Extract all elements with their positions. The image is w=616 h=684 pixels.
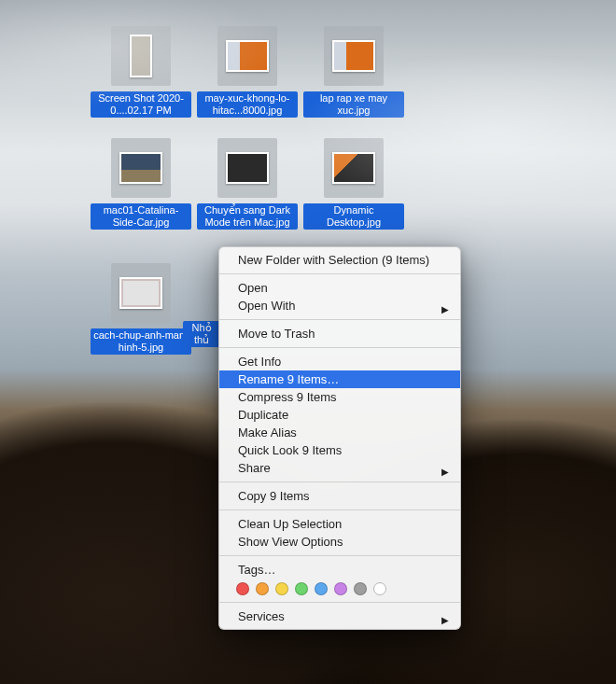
- menu-item-label: Compress 9 Items: [238, 390, 336, 404]
- file-label: may-xuc-khong-lo-hitac...8000.jpg: [197, 91, 298, 118]
- menu-item[interactable]: Show View Options: [219, 533, 460, 551]
- menu-separator: [219, 482, 460, 482]
- file-label: mac01-Catalina-Side-Car.jpg: [91, 203, 191, 230]
- file-thumbnail: [324, 26, 384, 86]
- chevron-right-icon: ▶: [441, 300, 449, 318]
- tag-color-dot[interactable]: [236, 582, 249, 595]
- menu-item-label: Clean Up Selection: [238, 517, 342, 531]
- desktop-file-icon[interactable]: Chuyển sang Dark Mode trên Mac.jpg: [196, 138, 299, 230]
- tag-color-dot[interactable]: [275, 582, 288, 595]
- file-thumbnail: [217, 138, 277, 198]
- menu-item-label: Open With: [238, 299, 295, 313]
- tag-color-dot[interactable]: [334, 582, 347, 595]
- file-label: cach-chup-anh-man-hinh-5.jpg: [91, 328, 191, 355]
- menu-item-label: Quick Look 9 Items: [238, 443, 342, 457]
- menu-separator: [219, 319, 460, 320]
- menu-item[interactable]: New Folder with Selection (9 Items): [219, 251, 460, 269]
- menu-item-label: Tags…: [238, 563, 275, 577]
- desktop-file-icon[interactable]: may-xuc-khong-lo-hitac...8000.jpg: [196, 26, 299, 118]
- menu-item-label: New Folder with Selection (9 Items): [238, 253, 429, 267]
- menu-item[interactable]: Duplicate: [219, 406, 460, 424]
- menu-item[interactable]: Clean Up Selection: [219, 515, 460, 533]
- menu-item-label: Make Alias: [238, 426, 297, 440]
- menu-item-label: Open: [238, 281, 268, 295]
- menu-item[interactable]: Move to Trash: [219, 325, 460, 342]
- menu-item[interactable]: Open With▶: [219, 297, 460, 314]
- menu-item[interactable]: Share▶: [219, 459, 460, 477]
- chevron-right-icon: ▶: [441, 463, 449, 481]
- menu-separator: [219, 347, 460, 348]
- tag-color-dot[interactable]: [256, 582, 269, 595]
- desktop-file-icon[interactable]: lap rap xe may xuc.jpg: [302, 26, 405, 118]
- tag-color-row: [219, 579, 460, 597]
- menu-item-label: Get Info: [238, 355, 281, 369]
- tag-color-dot[interactable]: [373, 582, 386, 595]
- file-label: Chuyển sang Dark Mode trên Mac.jpg: [197, 203, 298, 230]
- menu-item[interactable]: Compress 9 Items: [219, 388, 460, 406]
- desktop[interactable]: Screen Shot 2020-0....02.17 PMmay-xuc-kh…: [0, 0, 616, 684]
- chevron-right-icon: ▶: [441, 611, 449, 629]
- desktop-file-icon[interactable]: cach-chup-anh-man-hinh-5.jpg: [90, 263, 192, 355]
- file-thumbnail: [111, 26, 171, 86]
- file-thumbnail: [111, 263, 171, 323]
- menu-separator: [219, 273, 460, 274]
- file-label: lap rap xe may xuc.jpg: [303, 91, 404, 118]
- desktop-file-icon[interactable]: Dynamic Desktop.jpg: [302, 138, 405, 230]
- menu-item[interactable]: Tags…: [219, 561, 460, 579]
- menu-item-label: Services: [238, 609, 285, 623]
- menu-item[interactable]: Copy 9 Items: [219, 487, 460, 505]
- menu-item-label: Show View Options: [238, 535, 343, 549]
- file-thumbnail: [324, 138, 384, 198]
- menu-item-label: Share: [238, 461, 271, 475]
- menu-item[interactable]: Make Alias: [219, 424, 460, 441]
- menu-item[interactable]: Rename 9 Items…: [219, 370, 460, 388]
- menu-separator: [219, 510, 460, 510]
- tag-color-dot[interactable]: [315, 582, 328, 595]
- menu-item[interactable]: Quick Look 9 Items: [219, 441, 460, 459]
- menu-separator: [219, 555, 460, 556]
- menu-item-label: Move to Trash: [238, 327, 315, 341]
- tag-color-dot[interactable]: [354, 582, 367, 595]
- file-thumbnail: [217, 26, 277, 86]
- context-menu: New Folder with Selection (9 Items)OpenO…: [218, 246, 461, 630]
- file-label: Dynamic Desktop.jpg: [303, 203, 404, 230]
- menu-item-label: Duplicate: [238, 408, 288, 422]
- menu-item[interactable]: Get Info: [219, 353, 460, 370]
- menu-item-label: Rename 9 Items…: [238, 372, 339, 386]
- desktop-file-icon[interactable]: Nhỏ thủ: [183, 321, 220, 347]
- file-label: Nhỏ thủ: [183, 321, 220, 347]
- file-thumbnail: [111, 138, 171, 198]
- file-label: Screen Shot 2020-0....02.17 PM: [91, 91, 191, 118]
- menu-item[interactable]: Open: [219, 279, 460, 297]
- desktop-file-icon[interactable]: mac01-Catalina-Side-Car.jpg: [90, 138, 192, 230]
- tag-color-dot[interactable]: [295, 582, 308, 595]
- menu-item[interactable]: Services▶: [219, 607, 460, 625]
- menu-item-label: Copy 9 Items: [238, 489, 310, 503]
- menu-separator: [219, 602, 460, 603]
- desktop-file-icon[interactable]: Screen Shot 2020-0....02.17 PM: [90, 26, 192, 118]
